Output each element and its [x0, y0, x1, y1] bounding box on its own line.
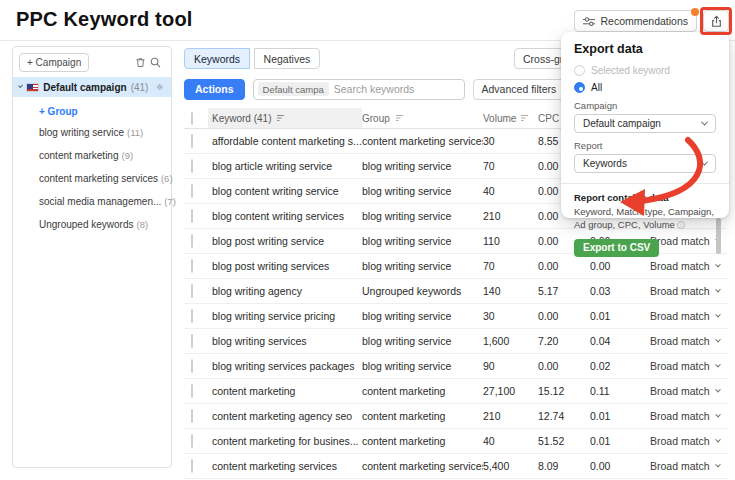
vertical-scrollbar[interactable] — [716, 218, 721, 254]
keyword-cell[interactable]: blog content writing service — [212, 185, 339, 197]
group-cell: Ungrouped keywords — [362, 285, 461, 297]
tab-keywords[interactable]: Keywords — [184, 48, 250, 69]
chevron-down-icon — [715, 287, 721, 293]
row-checkbox[interactable] — [191, 459, 193, 473]
table-row: content marketing for busines... content… — [184, 429, 727, 454]
match-type-value: Broad match — [650, 385, 710, 397]
row-checkbox[interactable] — [191, 134, 193, 148]
match-type-dropdown[interactable]: Broad match — [650, 460, 727, 472]
row-checkbox[interactable] — [191, 334, 193, 348]
row-checkbox[interactable] — [191, 209, 193, 223]
column-header-group[interactable]: Group — [362, 113, 483, 124]
recommendations-button[interactable]: Recommendations — [574, 10, 697, 32]
chevron-down-icon — [715, 337, 721, 343]
row-checkbox[interactable] — [191, 309, 193, 323]
cpc-cell: 0.00 — [538, 160, 558, 172]
keyword-cell[interactable]: content marketing agency seo — [212, 410, 352, 422]
keyword-cell[interactable]: affordable content marketing s... — [212, 135, 362, 147]
cpc-cell: 0.00 — [538, 260, 558, 272]
competition-cell: 0.02 — [590, 360, 610, 372]
sidebar-group-item[interactable]: content marketing services (6) — [13, 167, 171, 190]
report-select[interactable]: Keywords — [574, 154, 716, 173]
keyword-cell[interactable]: blog writing service pricing — [212, 310, 335, 322]
chevron-down-icon[interactable] — [18, 83, 23, 88]
keyword-cell[interactable]: blog content writing services — [212, 210, 344, 222]
sort-icon[interactable] — [395, 114, 404, 122]
delete-button[interactable] — [133, 55, 148, 70]
group-cell: content marketing — [362, 410, 445, 422]
popup-divider — [561, 183, 729, 184]
campaign-field-label: Campaign — [574, 100, 716, 111]
search-button[interactable] — [148, 55, 163, 70]
row-checkbox[interactable] — [191, 384, 193, 398]
sliders-icon — [583, 17, 595, 26]
row-checkbox[interactable] — [191, 359, 193, 373]
share-icon — [710, 15, 723, 28]
keyword-cell[interactable]: blog writing services packages — [212, 360, 354, 372]
volume-cell: 140 — [483, 285, 501, 297]
sidebar-group-item[interactable]: Ungrouped keywords (8) — [13, 213, 171, 236]
add-campaign-button[interactable]: + Campaign — [19, 53, 89, 72]
group-count: (11) — [127, 127, 143, 138]
sort-icon[interactable] — [520, 114, 529, 122]
tab-negatives[interactable]: Negatives — [254, 48, 321, 69]
info-icon[interactable]: i — [677, 221, 685, 229]
gear-icon[interactable] — [156, 82, 164, 92]
match-type-dropdown[interactable]: Broad match — [650, 285, 727, 297]
add-group-button[interactable]: + Group — [39, 106, 171, 117]
actions-button[interactable]: Actions — [184, 79, 245, 100]
tab-keywords-label: Keywords — [194, 53, 240, 65]
column-header-volume[interactable]: Volume — [483, 113, 538, 124]
export-data-popup: Export data Selected keyword All Campaig… — [561, 32, 729, 218]
match-type-dropdown[interactable]: Broad match — [650, 335, 727, 347]
campaign-select[interactable]: Default campaign — [574, 114, 716, 133]
match-type-dropdown[interactable]: Broad match — [650, 410, 727, 422]
match-type-dropdown[interactable]: Broad match — [650, 310, 727, 322]
keyword-cell[interactable]: content marketing services — [212, 460, 337, 472]
radio-icon[interactable] — [574, 65, 585, 76]
export-to-csv-button[interactable]: Export to CSV — [574, 239, 659, 257]
competition-cell: 0.01 — [590, 435, 610, 447]
row-checkbox[interactable] — [191, 184, 193, 198]
sort-icon[interactable] — [276, 114, 285, 122]
row-checkbox[interactable] — [191, 234, 193, 248]
select-all-checkbox[interactable] — [191, 112, 193, 125]
group-cell: blog writing service — [362, 235, 451, 247]
table-row: blog writing services blog writing servi… — [184, 329, 727, 354]
keyword-cell[interactable]: blog writing agency — [212, 285, 302, 297]
sidebar-item-default-campaign[interactable]: Default campaign (41) — [13, 77, 171, 97]
trash-icon — [135, 57, 146, 68]
keyword-cell[interactable]: content marketing for busines... — [212, 435, 359, 447]
row-checkbox[interactable] — [191, 284, 193, 298]
keyword-cell[interactable]: blog writing services — [212, 335, 307, 347]
sidebar-group-item[interactable]: blog writing service (11) — [13, 121, 171, 144]
cpc-cell: 8.09 — [538, 460, 558, 472]
match-type-dropdown[interactable]: Broad match — [650, 385, 727, 397]
row-checkbox[interactable] — [191, 259, 193, 273]
keyword-cell[interactable]: content marketing — [212, 385, 295, 397]
campaign-filter-chip[interactable]: Default campa — [258, 82, 329, 96]
chevron-down-icon — [715, 387, 721, 393]
column-header-keyword[interactable]: Keyword (41) — [208, 108, 362, 128]
match-type-dropdown[interactable]: Broad match — [650, 360, 727, 372]
match-type-dropdown[interactable]: Broad match — [650, 260, 727, 272]
table-row: content marketing content marketing 27,1… — [184, 379, 727, 404]
radio-selected-keyword[interactable]: Selected keyword — [574, 65, 716, 76]
row-checkbox[interactable] — [191, 434, 193, 448]
row-checkbox[interactable] — [191, 159, 193, 173]
sidebar-group-item[interactable]: social media managemen... (7) — [13, 190, 171, 213]
keyword-cell[interactable]: blog article writing service — [212, 160, 332, 172]
keyword-cell[interactable]: blog post writing service — [212, 235, 324, 247]
group-cell: blog writing service — [362, 160, 451, 172]
cpc-cell: 5.17 — [538, 285, 558, 297]
volume-cell: 70 — [483, 260, 495, 272]
radio-all-label: All — [591, 82, 602, 93]
row-checkbox[interactable] — [191, 409, 193, 423]
match-type-dropdown[interactable]: Broad match — [650, 435, 727, 447]
radio-all[interactable]: All — [574, 82, 716, 93]
radio-icon-checked[interactable] — [574, 82, 585, 93]
sidebar-group-item[interactable]: content marketing (9) — [13, 144, 171, 167]
keyword-cell[interactable]: blog post writing services — [212, 260, 329, 272]
search-input[interactable]: Default campa Search keywords — [253, 79, 465, 100]
export-button[interactable] — [703, 10, 729, 32]
